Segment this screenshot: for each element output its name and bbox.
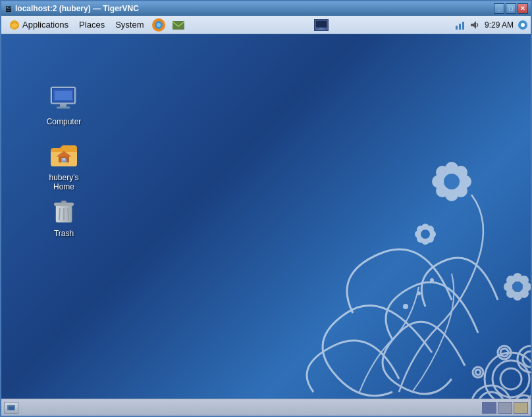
computer-icon-label: Computer bbox=[47, 117, 82, 126]
svg-rect-8 bbox=[318, 29, 325, 30]
svg-line-72 bbox=[68, 208, 68, 220]
taskbar-left bbox=[4, 402, 20, 414]
desktop-icon-trash[interactable]: Trash bbox=[38, 192, 90, 241]
svg-point-17 bbox=[500, 368, 521, 389]
svg-rect-11 bbox=[462, 22, 464, 30]
titlebar: 🖥 localhost:2 (hubery) — TigerVNC _ □ ✕ bbox=[1, 1, 531, 16]
menubar-left: Applications Places System bbox=[4, 16, 188, 34]
titlebar-title: localhost:2 (hubery) — TigerVNC bbox=[15, 4, 494, 13]
network-icon bbox=[454, 19, 466, 31]
svg-point-54 bbox=[421, 230, 430, 239]
svg-marker-12 bbox=[471, 21, 476, 29]
email-icon bbox=[171, 18, 186, 32]
maximize-button[interactable]: □ bbox=[506, 3, 516, 14]
svg-point-55 bbox=[403, 304, 408, 309]
home-icon-label: hubery's Home bbox=[40, 173, 88, 191]
close-button[interactable]: ✕ bbox=[518, 3, 528, 14]
systray bbox=[454, 19, 481, 31]
computer-icon-img bbox=[48, 83, 80, 114]
window: 🖥 localhost:2 (hubery) — TigerVNC _ □ ✕ … bbox=[0, 0, 532, 417]
svg-rect-9 bbox=[456, 26, 458, 30]
svg-point-57 bbox=[430, 278, 434, 282]
desktop: Computer hubery's Home bbox=[1, 34, 531, 399]
clock: 9:29 AM bbox=[485, 20, 514, 30]
svg-point-56 bbox=[417, 291, 421, 295]
svg-point-27 bbox=[475, 370, 481, 375]
taskbar-color-3[interactable] bbox=[514, 402, 528, 414]
menu-email-icon[interactable] bbox=[169, 16, 188, 34]
svg-rect-60 bbox=[60, 104, 66, 107]
svg-point-45 bbox=[512, 282, 523, 292]
menubar-center bbox=[188, 19, 454, 31]
firefox-icon bbox=[151, 18, 166, 32]
svg-rect-65 bbox=[63, 158, 65, 160]
trash-icon-label: Trash bbox=[54, 229, 74, 238]
applications-icon bbox=[9, 20, 20, 30]
floral-decoration bbox=[201, 103, 531, 399]
home-icon-img bbox=[48, 139, 80, 170]
places-label: Places bbox=[79, 20, 105, 30]
desktop-icon-computer[interactable]: Computer bbox=[38, 80, 90, 129]
svg-rect-10 bbox=[459, 24, 461, 30]
svg-line-70 bbox=[59, 208, 60, 220]
svg-rect-63 bbox=[55, 91, 72, 100]
vnc-icon bbox=[314, 19, 329, 31]
titlebar-buttons: _ □ ✕ bbox=[494, 3, 528, 14]
taskbar bbox=[1, 399, 531, 416]
svg-rect-74 bbox=[9, 406, 14, 410]
system-label: System bbox=[115, 20, 144, 30]
taskbar-right bbox=[482, 402, 528, 414]
flag-icon bbox=[518, 20, 528, 30]
svg-rect-61 bbox=[57, 107, 70, 109]
menu-system[interactable]: System bbox=[110, 18, 149, 32]
menubar: Applications Places System bbox=[1, 16, 531, 34]
svg-point-14 bbox=[521, 23, 525, 27]
menubar-right: 9:29 AM bbox=[454, 19, 528, 31]
trash-icon-img bbox=[48, 195, 80, 226]
svg-point-16 bbox=[492, 360, 529, 397]
taskbar-show-desktop-button[interactable] bbox=[4, 402, 18, 414]
minimize-button[interactable]: _ bbox=[494, 3, 504, 14]
svg-rect-69 bbox=[61, 201, 66, 203]
svg-point-36 bbox=[444, 174, 460, 189]
titlebar-icon: 🖥 bbox=[4, 4, 13, 14]
desktop-icon-home[interactable]: hubery's Home bbox=[38, 136, 90, 194]
menu-applications[interactable]: Applications bbox=[4, 18, 74, 32]
svg-rect-7 bbox=[319, 28, 323, 29]
svg-rect-4 bbox=[173, 21, 184, 30]
taskbar-color-1[interactable] bbox=[482, 402, 496, 414]
menu-browser-icon[interactable] bbox=[149, 16, 169, 34]
applications-label: Applications bbox=[22, 20, 68, 30]
volume-icon bbox=[469, 19, 481, 31]
svg-point-26 bbox=[473, 367, 483, 378]
menu-places[interactable]: Places bbox=[74, 18, 110, 32]
svg-rect-6 bbox=[316, 20, 327, 27]
taskbar-color-2[interactable] bbox=[498, 402, 512, 414]
svg-point-3 bbox=[157, 23, 161, 27]
